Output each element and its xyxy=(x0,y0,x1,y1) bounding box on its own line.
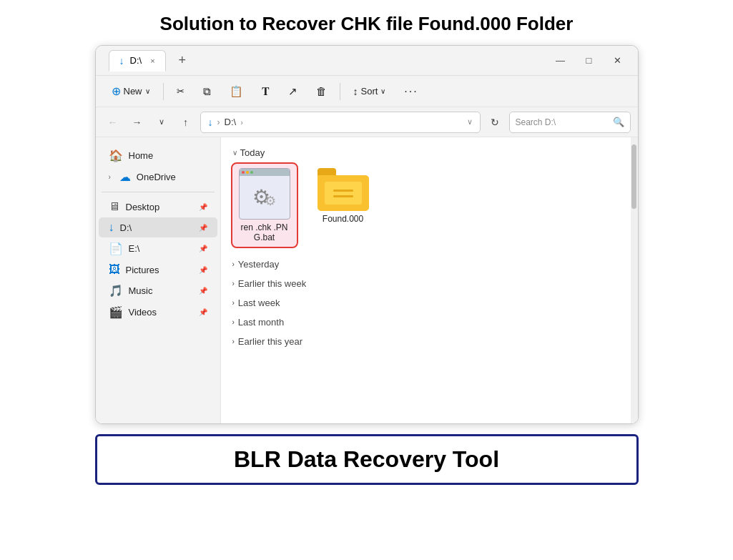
scrollbar-thumb[interactable] xyxy=(631,144,636,209)
videos-pin-icon: 📌 xyxy=(199,308,207,316)
address-bar: ← → ∨ ↑ ↓ › D:\ › ∨ ↻ Search D:\ 🔍 xyxy=(96,107,638,137)
bat-file-item[interactable]: ⚙ ⚙ ren .chk .PNG.bat xyxy=(232,164,297,247)
folder-body xyxy=(318,175,369,211)
new-tab-button[interactable]: + xyxy=(173,51,192,69)
share-button[interactable]: ↗ xyxy=(281,82,305,102)
bat-titlebar xyxy=(240,169,290,176)
yesterday-group-label[interactable]: › Yesterday xyxy=(232,257,626,272)
yesterday-label: Yesterday xyxy=(238,259,279,270)
music-label: Music xyxy=(129,285,153,296)
folder-inner xyxy=(325,182,362,205)
yesterday-group: › Yesterday xyxy=(232,257,626,272)
last-month-group: › Last month xyxy=(232,315,626,330)
today-group-header: ∨ Today xyxy=(232,147,626,158)
today-files-row: ⚙ ⚙ ren .chk .PNG.bat xyxy=(232,164,626,247)
address-separator: › xyxy=(217,117,220,127)
today-chevron-icon: ∨ xyxy=(232,149,237,157)
earlier-week-group-label[interactable]: › Earlier this week xyxy=(232,276,626,291)
videos-icon: 🎬 xyxy=(109,305,123,319)
onedrive-label: OneDrive xyxy=(137,172,176,182)
sidebar-item-d-drive[interactable]: ↓ D:\ 📌 xyxy=(99,217,217,237)
banner-text: BLR Data Recovery Tool xyxy=(234,446,499,473)
share-icon: ↗ xyxy=(288,85,297,98)
forward-button[interactable]: → xyxy=(127,112,147,132)
sort-chevron-icon: ∨ xyxy=(380,87,385,95)
back-button[interactable]: ← xyxy=(103,112,123,132)
last-month-group-label[interactable]: › Last month xyxy=(232,315,626,330)
pictures-pin-icon: 📌 xyxy=(199,266,207,274)
onedrive-icon: ☁ xyxy=(119,170,131,184)
address-dropdown-icon[interactable]: ∨ xyxy=(467,117,473,127)
address-path: D:\ xyxy=(225,117,237,127)
address-input[interactable]: ↓ › D:\ › ∨ xyxy=(200,112,481,133)
paste-button[interactable]: 📋 xyxy=(222,82,250,102)
toolbar-divider-1 xyxy=(163,83,164,100)
earlier-week-label: Earlier this week xyxy=(238,278,306,289)
delete-button[interactable]: 🗑 xyxy=(309,82,334,101)
tab-label: D:\ xyxy=(130,55,142,66)
address-path-chevron: › xyxy=(240,118,243,127)
desktop-label: Desktop xyxy=(126,202,160,212)
search-box[interactable]: Search D:\ 🔍 xyxy=(509,112,631,133)
new-button[interactable]: ⊕ New ∨ xyxy=(104,81,157,102)
cut-button[interactable]: ✂ xyxy=(169,82,192,100)
sidebar-item-e-drive[interactable]: 📄 E:\ 📌 xyxy=(99,238,217,259)
refresh-button[interactable]: ↻ xyxy=(485,112,505,132)
e-drive-label: E:\ xyxy=(129,243,140,254)
more-options-button[interactable]: ··· xyxy=(397,82,425,102)
sidebar-item-home[interactable]: 🏠 Home xyxy=(99,145,217,166)
sidebar-item-desktop[interactable]: 🖥 Desktop 📌 xyxy=(99,197,217,217)
d-drive-icon: ↓ xyxy=(109,221,114,234)
earlier-year-group-label[interactable]: › Earlier this year xyxy=(232,334,626,349)
sidebar-item-onedrive[interactable]: › ☁ OneDrive xyxy=(99,167,217,187)
search-placeholder: Search D:\ xyxy=(516,117,609,127)
copy-button[interactable]: ⧉ xyxy=(196,82,218,102)
music-pin-icon: 📌 xyxy=(199,287,207,295)
sidebar-item-videos[interactable]: 🎬 Videos 📌 xyxy=(99,302,217,323)
bat-dot-green xyxy=(250,171,253,174)
toolbar: ⊕ New ∨ ✂ ⧉ 📋 𝐓 ↗ 🗑 ↕ Sort ∨ ··· xyxy=(96,76,638,107)
d-drive-pin-icon: 📌 xyxy=(199,224,207,232)
last-month-chevron-icon: › xyxy=(232,318,235,326)
up-button[interactable]: ↑ xyxy=(176,112,196,132)
bat-dot-yellow xyxy=(246,171,249,174)
new-chevron-icon: ∨ xyxy=(145,87,150,95)
sort-button[interactable]: ↕ Sort ∨ xyxy=(346,82,393,101)
folder-line-2 xyxy=(333,195,353,197)
sidebar-item-pictures[interactable]: 🖼 Pictures 📌 xyxy=(99,260,217,280)
earlier-week-chevron-icon: › xyxy=(232,280,235,288)
main-area: 🏠 Home › ☁ OneDrive 🖥 Desktop 📌 ↓ D:\ 📌 … xyxy=(96,137,638,423)
last-week-group-label[interactable]: › Last week xyxy=(232,295,626,310)
earlier-year-group: › Earlier this year xyxy=(232,334,626,349)
last-week-group: › Last week xyxy=(232,295,626,310)
maximize-button[interactable]: □ xyxy=(576,51,602,71)
sidebar-divider xyxy=(102,192,215,192)
sort-icon: ↕ xyxy=(353,86,358,97)
recent-locations-button[interactable]: ∨ xyxy=(152,112,172,132)
yesterday-chevron-icon: › xyxy=(232,260,235,268)
home-label: Home xyxy=(129,150,154,161)
rename-icon: 𝐓 xyxy=(262,85,270,98)
page-title: Solution to Recover CHK file Found.000 F… xyxy=(160,13,574,35)
earlier-year-label: Earlier this year xyxy=(238,336,302,347)
paste-icon: 📋 xyxy=(230,85,243,98)
tab-close-button[interactable]: × xyxy=(150,57,154,65)
active-tab[interactable]: ↓ D:\ × xyxy=(109,50,166,72)
address-download-icon: ↓ xyxy=(208,117,213,128)
minimize-button[interactable]: — xyxy=(548,51,574,71)
file-area: ∨ Today ⚙ ⚙ xyxy=(221,137,638,423)
search-icon[interactable]: 🔍 xyxy=(613,117,624,127)
found-folder-item[interactable]: Found.000 xyxy=(311,164,375,247)
rename-button[interactable]: 𝐓 xyxy=(255,82,277,102)
earlier-year-chevron-icon: › xyxy=(232,338,235,345)
sidebar-item-music[interactable]: 🎵 Music 📌 xyxy=(99,280,217,301)
desktop-icon: 🖥 xyxy=(109,200,120,213)
found-folder-label: Found.000 xyxy=(323,214,363,224)
home-icon: 🏠 xyxy=(109,149,123,162)
close-button[interactable]: ✕ xyxy=(605,51,631,71)
gear-small-icon: ⚙ xyxy=(265,193,276,209)
window-controls: — □ ✕ xyxy=(548,51,631,71)
cut-icon: ✂ xyxy=(177,86,185,97)
file-explorer-window: ↓ D:\ × + — □ ✕ ⊕ New ∨ ✂ ⧉ 📋 𝐓 xyxy=(95,45,639,424)
scrollbar-track[interactable] xyxy=(631,137,638,423)
